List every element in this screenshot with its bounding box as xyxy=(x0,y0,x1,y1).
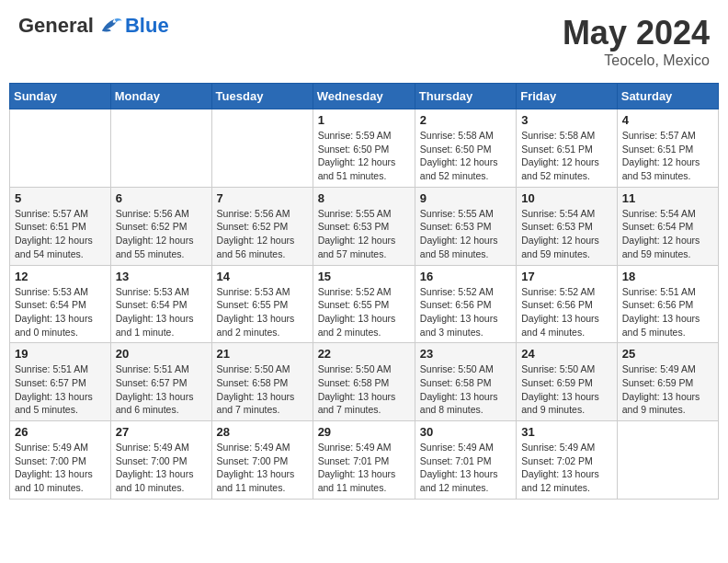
calendar-cell: 28Sunrise: 5:49 AM Sunset: 7:00 PM Dayli… xyxy=(211,421,313,500)
calendar-cell: 30Sunrise: 5:49 AM Sunset: 7:01 PM Dayli… xyxy=(415,421,516,500)
day-number: 12 xyxy=(15,270,106,283)
day-number: 23 xyxy=(420,347,511,361)
day-info: Sunrise: 5:55 AM Sunset: 6:53 PM Dayligh… xyxy=(318,207,410,261)
calendar-cell: 25Sunrise: 5:49 AM Sunset: 6:59 PM Dayli… xyxy=(617,343,718,421)
calendar-cell: 27Sunrise: 5:49 AM Sunset: 7:00 PM Dayli… xyxy=(110,421,211,500)
day-number: 16 xyxy=(420,270,511,283)
day-number: 2 xyxy=(420,113,511,127)
day-info: Sunrise: 5:57 AM Sunset: 6:51 PM Dayligh… xyxy=(15,207,106,261)
calendar-cell xyxy=(617,421,718,500)
calendar-cell: 1Sunrise: 5:59 AM Sunset: 6:50 PM Daylig… xyxy=(313,109,415,188)
day-number: 30 xyxy=(420,425,511,439)
day-number: 29 xyxy=(318,425,410,439)
day-header-sunday: Sunday xyxy=(10,84,111,109)
calendar-cell: 11Sunrise: 5:54 AM Sunset: 6:54 PM Dayli… xyxy=(617,187,718,265)
logo-blue-text: Blue xyxy=(125,14,169,38)
calendar-cell: 13Sunrise: 5:53 AM Sunset: 6:54 PM Dayli… xyxy=(110,265,211,343)
day-info: Sunrise: 5:49 AM Sunset: 7:02 PM Dayligh… xyxy=(521,441,612,495)
day-number: 21 xyxy=(217,347,308,361)
calendar-cell: 2Sunrise: 5:58 AM Sunset: 6:50 PM Daylig… xyxy=(415,109,516,188)
calendar-cell: 7Sunrise: 5:56 AM Sunset: 6:52 PM Daylig… xyxy=(211,187,313,265)
day-number: 10 xyxy=(521,191,612,205)
day-info: Sunrise: 5:49 AM Sunset: 6:59 PM Dayligh… xyxy=(622,362,713,417)
day-info: Sunrise: 5:58 AM Sunset: 6:51 PM Dayligh… xyxy=(521,129,612,183)
day-info: Sunrise: 5:52 AM Sunset: 6:55 PM Dayligh… xyxy=(318,285,410,339)
day-number: 3 xyxy=(521,113,612,127)
day-info: Sunrise: 5:49 AM Sunset: 7:01 PM Dayligh… xyxy=(318,441,410,495)
calendar-cell: 16Sunrise: 5:52 AM Sunset: 6:56 PM Dayli… xyxy=(415,265,516,343)
day-info: Sunrise: 5:59 AM Sunset: 6:50 PM Dayligh… xyxy=(318,129,410,183)
day-info: Sunrise: 5:50 AM Sunset: 6:58 PM Dayligh… xyxy=(420,362,511,417)
day-info: Sunrise: 5:53 AM Sunset: 6:55 PM Dayligh… xyxy=(217,285,308,339)
day-number: 26 xyxy=(15,425,106,439)
location: Teocelo, Mexico xyxy=(563,52,710,69)
day-number: 7 xyxy=(217,191,308,205)
calendar-cell: 17Sunrise: 5:52 AM Sunset: 6:56 PM Dayli… xyxy=(517,265,618,343)
day-info: Sunrise: 5:49 AM Sunset: 7:00 PM Dayligh… xyxy=(15,441,106,495)
calendar-cell: 8Sunrise: 5:55 AM Sunset: 6:53 PM Daylig… xyxy=(313,187,415,265)
title-section: May 2024 Teocelo, Mexico xyxy=(563,14,710,69)
day-number: 17 xyxy=(521,270,612,283)
day-info: Sunrise: 5:51 AM Sunset: 6:57 PM Dayligh… xyxy=(15,362,106,417)
calendar-cell: 10Sunrise: 5:54 AM Sunset: 6:53 PM Dayli… xyxy=(517,187,618,265)
logo: General Blue xyxy=(18,14,169,38)
calendar-week-row: 5Sunrise: 5:57 AM Sunset: 6:51 PM Daylig… xyxy=(10,187,719,265)
day-number: 6 xyxy=(116,191,207,205)
day-info: Sunrise: 5:49 AM Sunset: 7:01 PM Dayligh… xyxy=(420,441,511,495)
day-info: Sunrise: 5:51 AM Sunset: 6:56 PM Dayligh… xyxy=(622,285,713,339)
day-number: 1 xyxy=(318,113,410,127)
day-number: 9 xyxy=(420,191,511,205)
day-header-thursday: Thursday xyxy=(415,84,516,109)
calendar-cell: 21Sunrise: 5:50 AM Sunset: 6:58 PM Dayli… xyxy=(211,343,313,421)
calendar-cell: 12Sunrise: 5:53 AM Sunset: 6:54 PM Dayli… xyxy=(10,265,111,343)
day-number: 8 xyxy=(318,191,410,205)
calendar-cell: 31Sunrise: 5:49 AM Sunset: 7:02 PM Dayli… xyxy=(517,421,618,500)
month-title: May 2024 xyxy=(563,14,710,52)
day-number: 22 xyxy=(318,347,410,361)
day-info: Sunrise: 5:50 AM Sunset: 6:58 PM Dayligh… xyxy=(217,362,308,417)
calendar-table: SundayMondayTuesdayWednesdayThursdayFrid… xyxy=(9,83,719,500)
calendar-week-row: 26Sunrise: 5:49 AM Sunset: 7:00 PM Dayli… xyxy=(10,421,719,500)
day-info: Sunrise: 5:50 AM Sunset: 6:58 PM Dayligh… xyxy=(318,362,410,417)
calendar-header-row: SundayMondayTuesdayWednesdayThursdayFrid… xyxy=(10,84,719,109)
calendar-cell xyxy=(110,109,211,188)
day-info: Sunrise: 5:56 AM Sunset: 6:52 PM Dayligh… xyxy=(217,207,308,261)
day-number: 25 xyxy=(622,347,713,361)
day-number: 19 xyxy=(15,347,106,361)
calendar-cell: 22Sunrise: 5:50 AM Sunset: 6:58 PM Dayli… xyxy=(313,343,415,421)
calendar-cell xyxy=(211,109,313,188)
calendar-cell: 9Sunrise: 5:55 AM Sunset: 6:53 PM Daylig… xyxy=(415,187,516,265)
logo-bird-icon xyxy=(97,16,123,36)
calendar-week-row: 1Sunrise: 5:59 AM Sunset: 6:50 PM Daylig… xyxy=(10,109,719,188)
day-header-tuesday: Tuesday xyxy=(211,84,313,109)
day-info: Sunrise: 5:55 AM Sunset: 6:53 PM Dayligh… xyxy=(420,207,511,261)
calendar-cell: 19Sunrise: 5:51 AM Sunset: 6:57 PM Dayli… xyxy=(10,343,111,421)
calendar-cell xyxy=(10,109,111,188)
day-header-monday: Monday xyxy=(110,84,211,109)
day-info: Sunrise: 5:50 AM Sunset: 6:59 PM Dayligh… xyxy=(521,362,612,417)
day-info: Sunrise: 5:49 AM Sunset: 7:00 PM Dayligh… xyxy=(217,441,308,495)
calendar-week-row: 19Sunrise: 5:51 AM Sunset: 6:57 PM Dayli… xyxy=(10,343,719,421)
calendar-cell: 29Sunrise: 5:49 AM Sunset: 7:01 PM Dayli… xyxy=(313,421,415,500)
logo-general-text: General xyxy=(18,14,94,38)
day-info: Sunrise: 5:51 AM Sunset: 6:57 PM Dayligh… xyxy=(116,362,207,417)
day-info: Sunrise: 5:52 AM Sunset: 6:56 PM Dayligh… xyxy=(420,285,511,339)
day-header-friday: Friday xyxy=(517,84,618,109)
calendar-cell: 3Sunrise: 5:58 AM Sunset: 6:51 PM Daylig… xyxy=(517,109,618,188)
calendar-cell: 23Sunrise: 5:50 AM Sunset: 6:58 PM Dayli… xyxy=(415,343,516,421)
day-number: 11 xyxy=(622,191,713,205)
day-number: 14 xyxy=(217,270,308,283)
day-number: 24 xyxy=(521,347,612,361)
day-number: 20 xyxy=(116,347,207,361)
day-info: Sunrise: 5:53 AM Sunset: 6:54 PM Dayligh… xyxy=(15,285,106,339)
day-info: Sunrise: 5:58 AM Sunset: 6:50 PM Dayligh… xyxy=(420,129,511,183)
calendar-cell: 24Sunrise: 5:50 AM Sunset: 6:59 PM Dayli… xyxy=(517,343,618,421)
day-number: 18 xyxy=(622,270,713,283)
day-number: 27 xyxy=(116,425,207,439)
day-number: 28 xyxy=(217,425,308,439)
calendar-week-row: 12Sunrise: 5:53 AM Sunset: 6:54 PM Dayli… xyxy=(10,265,719,343)
day-info: Sunrise: 5:57 AM Sunset: 6:51 PM Dayligh… xyxy=(622,129,713,183)
day-number: 15 xyxy=(318,270,410,283)
calendar-cell: 14Sunrise: 5:53 AM Sunset: 6:55 PM Dayli… xyxy=(211,265,313,343)
calendar-cell: 6Sunrise: 5:56 AM Sunset: 6:52 PM Daylig… xyxy=(110,187,211,265)
